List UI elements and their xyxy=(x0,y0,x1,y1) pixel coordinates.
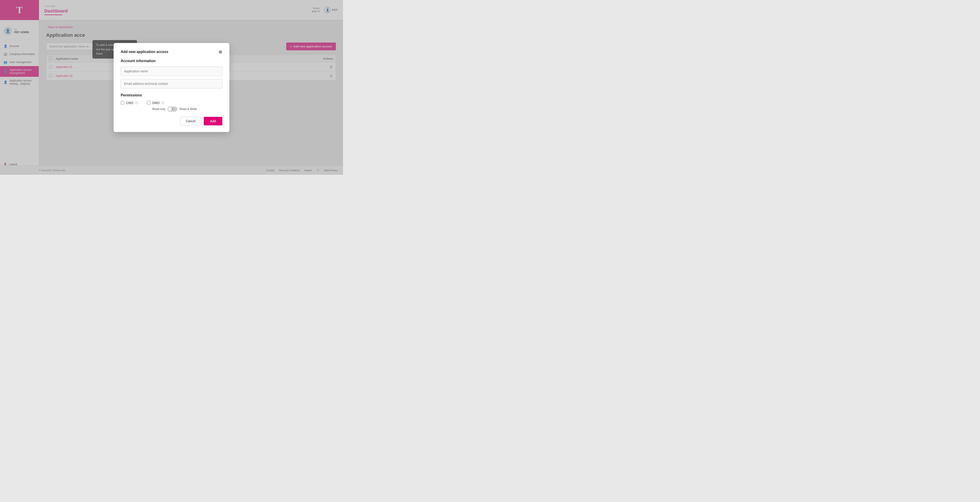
toggle-thumb xyxy=(168,107,172,111)
cmo-info-icon[interactable]: ⓘ xyxy=(135,101,138,105)
account-info-title: Account information xyxy=(121,59,222,63)
toggle-value: 0 xyxy=(172,108,173,110)
permissions-row: CMO ⓘ DMO ⓘ Read only 0 Read & Write xyxy=(121,101,222,111)
read-write-label: Read & Write xyxy=(180,107,197,111)
dmo-label: DMO xyxy=(152,101,160,105)
dmo-info-icon[interactable]: ⓘ xyxy=(161,101,164,105)
modal-dialog: Add new application access ⊗ Account inf… xyxy=(114,43,229,132)
read-only-label: Read only xyxy=(152,107,165,111)
close-icon: ⊗ xyxy=(218,49,222,54)
dmo-checkbox[interactable] xyxy=(147,101,151,105)
rw-toggle[interactable]: 0 xyxy=(167,106,177,111)
cmo-checkbox[interactable] xyxy=(121,101,124,105)
application-name-input[interactable] xyxy=(121,67,222,76)
cancel-button[interactable]: Cancel xyxy=(180,117,201,126)
dmo-toggle-row: Read only 0 Read & Write xyxy=(152,106,197,111)
cmo-label: CMO xyxy=(126,101,134,105)
modal-header: Add new application access ⊗ xyxy=(121,50,222,54)
modal-close-button[interactable]: ⊗ xyxy=(218,50,222,54)
modal-overlay: Add new application access ⊗ Account inf… xyxy=(0,0,343,175)
add-button[interactable]: Add xyxy=(204,117,222,126)
modal-title: Add new application access xyxy=(121,50,168,54)
dmo-permission-item: DMO ⓘ xyxy=(147,101,197,105)
modal-footer: Cancel Add xyxy=(121,117,222,126)
dmo-permission-group: DMO ⓘ Read only 0 Read & Write xyxy=(147,101,197,111)
permissions-title: Permissions xyxy=(121,93,222,97)
cmo-permission-item: CMO ⓘ xyxy=(121,101,138,105)
email-input[interactable] xyxy=(121,79,222,88)
